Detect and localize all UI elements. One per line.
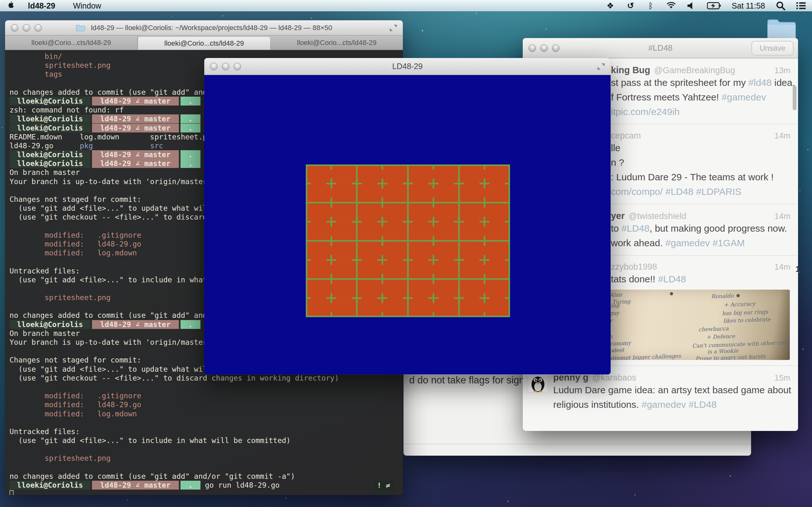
minimize-button[interactable] (222, 63, 229, 70)
dropbox-icon[interactable]: ❖ (606, 1, 615, 10)
terminal-tab[interactable]: lloeki@Corio...cts/ld48-29 (270, 36, 403, 50)
tweet-link[interactable]: itpic.com/e249ih (611, 107, 680, 117)
twitter-window-title: #LD48 (648, 43, 673, 53)
tweet-text-line: religious institutions. #gamedev #LD48 (553, 397, 793, 412)
game-titlebar[interactable]: LD48-29 (204, 58, 611, 75)
photo-handwriting: Prone to angry out bursts (695, 353, 766, 360)
terminal-line (9, 463, 403, 472)
tweet-link[interactable]: #LDPARIS (696, 186, 741, 197)
game-window-title: LD48-29 (392, 62, 423, 71)
photo-handwriting: Ronaldo (711, 292, 734, 299)
tweet-timestamp: 14m (774, 211, 793, 221)
time-machine-icon[interactable]: ↺ (626, 1, 635, 10)
terminal-line: lloeki@Coriolis ld48-29 ∠ master . go ru… (9, 481, 403, 490)
photo-handwriting: chewbacca (699, 325, 729, 332)
terminal-line (9, 418, 403, 427)
terminal-line (9, 490, 403, 495)
tweet-timestamp: 14m (774, 262, 793, 272)
bluetooth-icon[interactable]: ᛒ (646, 1, 656, 10)
zoom-button[interactable] (34, 24, 42, 32)
tweet-handle[interactable]: @GameBreakingBug (654, 66, 735, 75)
twitter-window-controls (528, 44, 560, 52)
background-window-text: d do not take flags for signe (409, 375, 530, 386)
minimize-button[interactable] (540, 44, 548, 52)
photo-handwriting: + Defence (706, 333, 735, 340)
tweet-handle[interactable]: zzybob1998 (611, 262, 657, 272)
tweet-handle[interactable]: cepcam (611, 131, 641, 141)
terminal-line (9, 383, 403, 391)
unread-count-badge: 1 (796, 264, 800, 274)
terminal-tabbar: lloeki@Corio...cts/ld48-29lloeki@Corio..… (5, 36, 403, 50)
tweet-author[interactable]: yer (611, 211, 625, 221)
menu-bar-clock[interactable]: Sat 11:58 (732, 1, 765, 10)
sprite-grid (306, 164, 510, 317)
tweet-timestamp: 15m (774, 373, 793, 383)
active-app-menu[interactable]: ld48-29 (28, 1, 55, 10)
game-window-controls (210, 63, 241, 70)
tweet-link[interactable]: #gamedev (641, 399, 686, 410)
unsave-button[interactable]: Unsave (751, 41, 794, 55)
tweet-link[interactable]: #gamedev (665, 238, 710, 248)
tweet-link[interactable]: #LD48 (665, 186, 693, 197)
avatar[interactable] (528, 372, 548, 393)
wifi-icon[interactable] (666, 1, 676, 10)
photo-handwriting: is a Wookie (707, 347, 739, 354)
terminal-cursor (9, 490, 14, 495)
terminal-line: (use "git add <file>..." to include in w… (9, 436, 403, 445)
battery-icon[interactable] (707, 1, 721, 10)
photo-handwriting: has big ear rings (722, 308, 768, 316)
fullscreen-icon[interactable] (597, 62, 606, 71)
terminal-tab[interactable]: lloeki@Corio...cts/ld48-29 (5, 36, 138, 50)
close-button[interactable] (11, 24, 18, 32)
twitter-titlebar[interactable]: #LD48 Unsave (523, 38, 798, 58)
close-button[interactable] (210, 63, 217, 70)
tweet-timestamp: 13m (774, 66, 793, 75)
zoom-button[interactable] (552, 44, 560, 52)
zoom-button[interactable] (234, 63, 241, 70)
terminal-line: modified: .gitignore (9, 391, 403, 400)
proxy-folder-icon (76, 24, 85, 32)
tweet-link[interactable]: #1GAM (712, 238, 745, 248)
terminal-window-controls (11, 24, 42, 32)
terminal-line: modified: ld48-29.go (9, 400, 403, 409)
volume-icon[interactable] (687, 1, 696, 10)
window-menu[interactable]: Window (73, 1, 101, 10)
game-canvas[interactable] (204, 75, 611, 375)
terminal-line: no changes added to commit (use "git add… (9, 472, 403, 481)
close-button[interactable] (528, 44, 536, 52)
photo-handwriting: likes to celebrate (723, 316, 771, 324)
spotlight-icon[interactable] (776, 1, 785, 10)
terminal-tab[interactable]: lloeki@Corio...cts/ld48-29 (138, 37, 270, 50)
game-window: LD48-29 (204, 58, 611, 375)
tweet-link[interactable]: #LD48 (658, 274, 686, 284)
fullscreen-icon[interactable] (389, 23, 398, 32)
minimize-button[interactable] (22, 24, 30, 32)
photo-handwriting: Can't communicate with other crew (692, 339, 790, 349)
tweet-text-line: Ludum Dare game idea: an artsy text base… (553, 383, 793, 397)
tweet-link[interactable]: #LD48 (621, 223, 649, 233)
tweet-handle[interactable]: @twistedshield (629, 211, 687, 221)
terminal-line: spritesheet.png (9, 454, 403, 463)
desktop-folder-icon[interactable] (766, 17, 797, 41)
tweet-link[interactable]: com/compo/ (611, 186, 663, 197)
photo-handwriting: Alan (610, 291, 622, 298)
terminal-line: Untracked files: (9, 427, 403, 436)
menu-bar: ld48-29 Window ❖ ↺ ᛒ Sat 11:58 (0, 0, 812, 11)
terminal-title: ld48-29 — lloeki@Coriolis: ~/Workspace/p… (91, 24, 333, 32)
tweet-link[interactable]: #ld48 (749, 77, 772, 88)
tweet-link[interactable]: #LD48 (689, 399, 716, 410)
tweet-link[interactable]: #gamedev (722, 92, 766, 102)
tweet-timestamp: 14m (774, 131, 793, 141)
menu-bar-status-area: ❖ ↺ ᛒ Sat 11:58 (606, 1, 806, 10)
terminal-line: modified: log.mdown (9, 409, 403, 418)
apple-menu-icon[interactable] (6, 1, 14, 10)
tweet-author[interactable]: king Bug (611, 65, 650, 75)
prompt-status-badge: ! ≠ (374, 481, 393, 490)
photo-handwriting: + Accuracy (724, 300, 756, 308)
twitter-scrollbar[interactable] (793, 86, 797, 110)
background-window-divider (403, 444, 751, 444)
notification-center-icon[interactable] (796, 1, 806, 10)
terminal-titlebar[interactable]: ld48-29 — lloeki@Coriolis: ~/Workspace/p… (5, 20, 403, 36)
terminal-line (9, 445, 403, 454)
